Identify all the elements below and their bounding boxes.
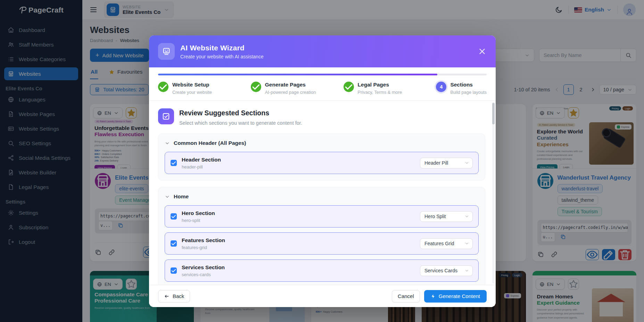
back-button[interactable]: Back (158, 290, 190, 303)
section-slug: hero-split (182, 218, 215, 223)
cancel-button[interactable]: Cancel (392, 290, 420, 303)
modal-scrollbar-thumb[interactable] (492, 103, 495, 124)
layout-select-value: Hero Split (424, 214, 446, 219)
section-group-common-header-all-pages: Common Header (All Pages) Header Section… (158, 133, 485, 181)
chevron-down-icon (165, 141, 170, 146)
layout-select-value: Services Cards (424, 268, 457, 273)
wizard-steps: Website SetupCreate your websiteGenerate… (158, 82, 487, 95)
chevron-down-icon (464, 241, 469, 246)
chevron-down-icon (165, 194, 170, 199)
bolt-icon (431, 294, 436, 299)
ai-website-wizard-modal: AI Website Wizard Create your website wi… (149, 35, 496, 307)
step-desc: Build page layouts (450, 90, 487, 95)
progress-track (158, 74, 487, 75)
modal-subtitle: Create your website with AI assistance (180, 54, 264, 59)
section-group-toggle[interactable]: Home (165, 193, 479, 200)
section-row-features-section: Features Section features-grid Features … (165, 232, 479, 255)
step-desc: Create your website (172, 90, 212, 95)
section-title: Services Section (182, 264, 225, 271)
modal-header: AI Website Wizard Create your website wi… (149, 35, 496, 67)
wizard-step-legal-pages: Legal PagesPrivacy, Terms & more (344, 82, 436, 95)
section-group-label: Home (174, 193, 189, 200)
step-label: Generate Pages (265, 82, 316, 88)
section-group-label: Common Header (All Pages) (174, 140, 246, 146)
arrow-left-icon (164, 294, 170, 299)
step-number-badge: 4 (436, 82, 446, 92)
modal-title: AI Website Wizard (180, 44, 264, 52)
section-slug: features-grid (182, 245, 225, 250)
section-title: Header Section (182, 157, 221, 163)
modal-footer: Back Cancel Generate Content (149, 285, 496, 307)
back-label: Back (173, 293, 184, 299)
section-group-toggle[interactable]: Common Header (All Pages) (165, 140, 479, 146)
wizard-step-sections: 4SectionsBuild page layouts (436, 82, 487, 95)
section-checkbox[interactable] (171, 240, 177, 247)
section-checkbox[interactable] (171, 160, 177, 166)
section-row-services-section: Services Section services-cards Services… (165, 259, 479, 282)
modal-body: Review Suggested Sections Select which s… (149, 101, 496, 285)
section-checkbox[interactable] (171, 213, 177, 220)
step-done-check-icon (251, 82, 261, 92)
section-title: Hero Section (182, 210, 215, 216)
step-done-check-icon (344, 82, 354, 92)
section-slug: header-pill (182, 164, 221, 170)
chevron-down-icon (464, 160, 469, 165)
robot-icon (158, 43, 175, 60)
review-heading: Review Suggested Sections (179, 108, 302, 117)
generate-content-button[interactable]: Generate Content (424, 290, 487, 303)
section-row-header-section: Header Section header-pill Header Pill (165, 152, 479, 174)
layout-select-hero-section[interactable]: Hero Split (420, 211, 473, 222)
step-label: Website Setup (172, 82, 212, 88)
wizard-progress: Website SetupCreate your websiteGenerate… (149, 67, 496, 101)
modal-scrollbar[interactable] (492, 102, 495, 283)
review-head: Review Suggested Sections Select which s… (158, 108, 485, 126)
step-done-check-icon (158, 82, 168, 92)
layout-select-header-section[interactable]: Header Pill (420, 158, 473, 168)
section-slug: services-cards (182, 272, 225, 277)
section-title: Features Section (182, 237, 225, 243)
layout-select-value: Features Grid (424, 241, 454, 246)
cancel-label: Cancel (398, 293, 414, 299)
close-icon[interactable] (478, 47, 487, 56)
wizard-step-website-setup: Website SetupCreate your website (158, 82, 251, 95)
review-subheading: Select which sections you want to genera… (179, 120, 302, 126)
progress-fill (158, 74, 437, 75)
section-group-home: Home Hero Section hero-split Hero Split … (158, 187, 485, 285)
generate-label: Generate Content (439, 293, 480, 299)
step-desc: AI-powered page creation (265, 90, 316, 95)
section-groups: Common Header (All Pages) Header Section… (158, 133, 485, 285)
chevron-down-icon (464, 268, 469, 273)
layout-select-value: Header Pill (424, 160, 448, 166)
step-label: Legal Pages (358, 82, 402, 88)
layout-select-features-section[interactable]: Features Grid (420, 238, 473, 249)
section-row-hero-section: Hero Section hero-split Hero Split (165, 205, 479, 228)
step-label: Sections (450, 82, 487, 88)
chevron-down-icon (464, 214, 469, 219)
step-desc: Privacy, Terms & more (358, 90, 402, 95)
section-checkbox[interactable] (171, 267, 177, 274)
checked-box-icon (158, 108, 174, 124)
layout-select-services-section[interactable]: Services Cards (420, 265, 473, 276)
wizard-step-generate-pages: Generate PagesAI-powered page creation (251, 82, 344, 95)
